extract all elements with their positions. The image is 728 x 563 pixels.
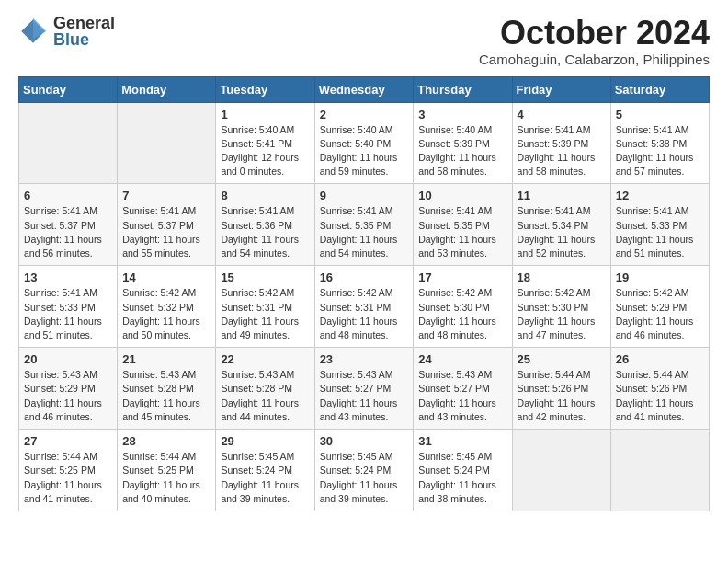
col-tuesday: Tuesday — [216, 76, 314, 102]
calendar-week-row: 13Sunrise: 5:41 AM Sunset: 5:33 PM Dayli… — [19, 266, 710, 348]
day-number: 29 — [221, 434, 309, 448]
day-number: 1 — [221, 108, 309, 121]
day-number: 25 — [518, 352, 606, 366]
calendar-week-row: 20Sunrise: 5:43 AM Sunset: 5:29 PM Dayli… — [19, 348, 710, 430]
table-row: 31Sunrise: 5:45 AM Sunset: 5:24 PM Dayli… — [414, 430, 512, 511]
cell-info: Sunrise: 5:43 AM Sunset: 5:27 PM Dayligh… — [418, 368, 506, 424]
cell-info: Sunrise: 5:40 AM Sunset: 5:41 PM Dayligh… — [221, 123, 309, 179]
calendar-header-row: Sunday Monday Tuesday Wednesday Thursday… — [19, 76, 710, 102]
cell-info: Sunrise: 5:41 AM Sunset: 5:36 PM Dayligh… — [221, 204, 309, 260]
table-row: 15Sunrise: 5:42 AM Sunset: 5:31 PM Dayli… — [216, 266, 314, 348]
cell-info: Sunrise: 5:42 AM Sunset: 5:30 PM Dayligh… — [518, 286, 606, 342]
cell-info: Sunrise: 5:41 AM Sunset: 5:33 PM Dayligh… — [24, 286, 112, 342]
cell-info: Sunrise: 5:42 AM Sunset: 5:31 PM Dayligh… — [221, 286, 309, 342]
day-number: 26 — [616, 352, 704, 366]
table-row — [610, 430, 709, 511]
col-monday: Monday — [118, 76, 216, 102]
cell-info: Sunrise: 5:42 AM Sunset: 5:31 PM Dayligh… — [320, 286, 409, 342]
day-number: 18 — [518, 270, 606, 284]
cell-info: Sunrise: 5:41 AM Sunset: 5:37 PM Dayligh… — [24, 204, 112, 260]
table-row: 8Sunrise: 5:41 AM Sunset: 5:36 PM Daylig… — [216, 184, 314, 266]
table-row — [118, 102, 216, 184]
cell-info: Sunrise: 5:44 AM Sunset: 5:25 PM Dayligh… — [122, 450, 210, 506]
day-number: 10 — [418, 189, 506, 202]
cell-info: Sunrise: 5:45 AM Sunset: 5:24 PM Dayligh… — [221, 450, 309, 506]
cell-info: Sunrise: 5:45 AM Sunset: 5:24 PM Dayligh… — [418, 450, 506, 506]
table-row: 28Sunrise: 5:44 AM Sunset: 5:25 PM Dayli… — [118, 430, 216, 511]
day-number: 19 — [616, 270, 704, 284]
day-number: 11 — [518, 189, 606, 202]
table-row: 7Sunrise: 5:41 AM Sunset: 5:37 PM Daylig… — [118, 184, 216, 266]
table-row: 30Sunrise: 5:45 AM Sunset: 5:24 PM Dayli… — [314, 430, 414, 511]
cell-info: Sunrise: 5:41 AM Sunset: 5:35 PM Dayligh… — [320, 204, 409, 260]
day-number: 23 — [320, 352, 409, 366]
calendar-week-row: 27Sunrise: 5:44 AM Sunset: 5:25 PM Dayli… — [19, 430, 710, 511]
table-row: 5Sunrise: 5:41 AM Sunset: 5:38 PM Daylig… — [610, 102, 709, 184]
logo-text: General Blue — [53, 15, 115, 48]
calendar-table: Sunday Monday Tuesday Wednesday Thursday… — [18, 76, 710, 511]
calendar-week-row: 1Sunrise: 5:40 AM Sunset: 5:41 PM Daylig… — [19, 102, 710, 184]
calendar-week-row: 6Sunrise: 5:41 AM Sunset: 5:37 PM Daylig… — [19, 184, 710, 266]
cell-info: Sunrise: 5:43 AM Sunset: 5:28 PM Dayligh… — [221, 368, 309, 424]
table-row: 4Sunrise: 5:41 AM Sunset: 5:39 PM Daylig… — [512, 102, 610, 184]
cell-info: Sunrise: 5:45 AM Sunset: 5:24 PM Dayligh… — [320, 450, 409, 506]
logo-icon — [18, 17, 48, 46]
day-number: 12 — [616, 189, 704, 202]
day-number: 13 — [24, 270, 112, 284]
day-number: 14 — [122, 270, 210, 284]
table-row: 12Sunrise: 5:41 AM Sunset: 5:33 PM Dayli… — [610, 184, 709, 266]
table-row: 21Sunrise: 5:43 AM Sunset: 5:28 PM Dayli… — [118, 348, 216, 430]
day-number: 3 — [418, 108, 506, 121]
day-number: 8 — [221, 189, 309, 202]
col-thursday: Thursday — [414, 76, 512, 102]
cell-info: Sunrise: 5:43 AM Sunset: 5:28 PM Dayligh… — [122, 368, 210, 424]
cell-info: Sunrise: 5:41 AM Sunset: 5:33 PM Dayligh… — [616, 204, 704, 260]
day-number: 9 — [320, 189, 409, 202]
table-row: 29Sunrise: 5:45 AM Sunset: 5:24 PM Dayli… — [216, 430, 314, 511]
day-number: 20 — [24, 352, 112, 366]
table-row: 6Sunrise: 5:41 AM Sunset: 5:37 PM Daylig… — [19, 184, 118, 266]
table-row: 10Sunrise: 5:41 AM Sunset: 5:35 PM Dayli… — [414, 184, 512, 266]
col-saturday: Saturday — [610, 76, 709, 102]
month-title: October 2024 — [479, 15, 710, 52]
table-row: 22Sunrise: 5:43 AM Sunset: 5:28 PM Dayli… — [216, 348, 314, 430]
cell-info: Sunrise: 5:40 AM Sunset: 5:39 PM Dayligh… — [418, 123, 506, 179]
table-row: 2Sunrise: 5:40 AM Sunset: 5:40 PM Daylig… — [314, 102, 414, 184]
table-row — [512, 430, 610, 511]
day-number: 4 — [518, 108, 606, 121]
table-row — [19, 102, 118, 184]
day-number: 6 — [24, 189, 112, 202]
table-row: 9Sunrise: 5:41 AM Sunset: 5:35 PM Daylig… — [314, 184, 414, 266]
table-row: 16Sunrise: 5:42 AM Sunset: 5:31 PM Dayli… — [314, 266, 414, 348]
cell-info: Sunrise: 5:43 AM Sunset: 5:29 PM Dayligh… — [24, 368, 112, 424]
title-block: October 2024 Camohaguin, Calabarzon, Phi… — [479, 15, 710, 67]
table-row: 14Sunrise: 5:42 AM Sunset: 5:32 PM Dayli… — [118, 266, 216, 348]
day-number: 31 — [418, 434, 506, 448]
cell-info: Sunrise: 5:42 AM Sunset: 5:30 PM Dayligh… — [418, 286, 506, 342]
table-row: 19Sunrise: 5:42 AM Sunset: 5:29 PM Dayli… — [610, 266, 709, 348]
cell-info: Sunrise: 5:41 AM Sunset: 5:38 PM Dayligh… — [616, 123, 704, 179]
day-number: 30 — [320, 434, 409, 448]
location: Camohaguin, Calabarzon, Philippines — [479, 52, 710, 67]
table-row: 3Sunrise: 5:40 AM Sunset: 5:39 PM Daylig… — [414, 102, 512, 184]
col-sunday: Sunday — [19, 76, 118, 102]
col-friday: Friday — [512, 76, 610, 102]
logo-general: General — [53, 15, 115, 31]
day-number: 16 — [320, 270, 409, 284]
cell-info: Sunrise: 5:43 AM Sunset: 5:27 PM Dayligh… — [320, 368, 409, 424]
day-number: 5 — [616, 108, 704, 121]
table-row: 26Sunrise: 5:44 AM Sunset: 5:26 PM Dayli… — [610, 348, 709, 430]
day-number: 17 — [418, 270, 506, 284]
page: General Blue October 2024 Camohaguin, Ca… — [0, 0, 728, 526]
cell-info: Sunrise: 5:44 AM Sunset: 5:26 PM Dayligh… — [616, 368, 704, 424]
day-number: 22 — [221, 352, 309, 366]
cell-info: Sunrise: 5:41 AM Sunset: 5:37 PM Dayligh… — [122, 204, 210, 260]
table-row: 13Sunrise: 5:41 AM Sunset: 5:33 PM Dayli… — [19, 266, 118, 348]
table-row: 24Sunrise: 5:43 AM Sunset: 5:27 PM Dayli… — [414, 348, 512, 430]
table-row: 23Sunrise: 5:43 AM Sunset: 5:27 PM Dayli… — [314, 348, 414, 430]
cell-info: Sunrise: 5:42 AM Sunset: 5:29 PM Dayligh… — [616, 286, 704, 342]
day-number: 24 — [418, 352, 506, 366]
day-number: 2 — [320, 108, 409, 121]
cell-info: Sunrise: 5:42 AM Sunset: 5:32 PM Dayligh… — [122, 286, 210, 342]
cell-info: Sunrise: 5:41 AM Sunset: 5:34 PM Dayligh… — [518, 204, 606, 260]
